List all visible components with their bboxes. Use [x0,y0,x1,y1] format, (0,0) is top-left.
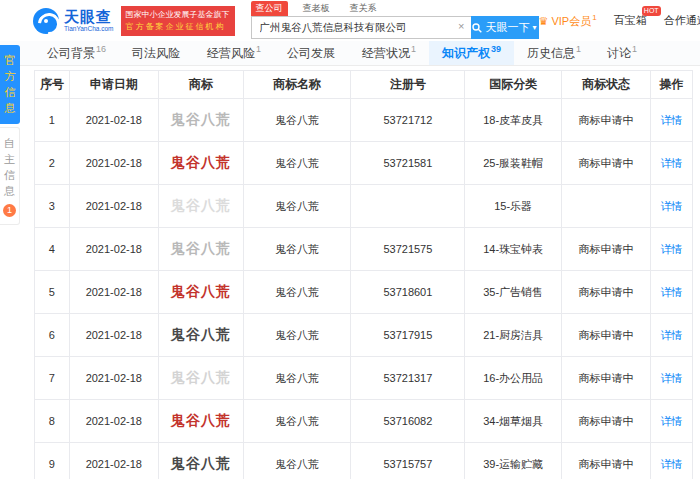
trademark-image-cell[interactable]: 鬼谷八荒 [158,357,243,400]
self-info-count-badge: 1 [3,204,16,217]
action-cell: 详情 [650,142,692,185]
side-tab-official-info[interactable]: 官方信息 [0,45,20,124]
trademark-image-cell[interactable]: 鬼谷八荒 [158,185,243,228]
gov-badge-line1: 国家中小企业发展子基金旗下 [126,9,230,21]
table-row: 6 2021-02-18 鬼谷八荒 鬼谷八荒 53717915 21-厨房洁具 … [35,314,693,357]
tab-count: 16 [96,44,106,54]
apply-date: 2021-02-18 [69,314,158,357]
action-cell: 详情 [650,314,692,357]
international-class: 39-运输贮藏 [465,443,562,479]
trademark-image[interactable]: 鬼谷八荒 [171,326,231,342]
tab-history-info[interactable]: 历史信息1 [514,41,594,65]
international-class: 21-厨房洁具 [465,314,562,357]
trademark-image[interactable]: 鬼谷八荒 [171,111,231,127]
tab-label: 知识产权 [442,45,490,62]
action-cell: 详情 [650,228,692,271]
trademark-status: 商标申请中 [562,228,651,271]
col-header-trademark-image: 商标 [158,71,243,99]
eye-logo-icon [33,8,59,34]
detail-link[interactable]: 详情 [660,200,682,212]
trademark-name: 鬼谷八荒 [243,228,351,271]
trademark-image[interactable]: 鬼谷八荒 [171,455,231,471]
search-area: 查公司 查老板 查关系 × 天眼一下 ▾ [251,2,539,39]
toolbox-link[interactable]: 百宝箱 HOT [614,13,647,28]
apply-date: 2021-02-18 [69,400,158,443]
tab-count: 39 [491,44,501,54]
trademark-image[interactable]: 鬼谷八荒 [171,412,231,428]
registration-number: 53717915 [351,314,465,357]
trademark-name: 鬼谷八荒 [243,99,351,142]
detail-link[interactable]: 详情 [660,114,682,126]
search-tab-boss[interactable]: 查老板 [298,1,335,16]
trademark-image-cell[interactable]: 鬼谷八荒 [158,99,243,142]
row-index: 3 [35,185,70,228]
detail-link[interactable]: 详情 [660,243,682,255]
trademark-image[interactable]: 鬼谷八荒 [171,369,231,385]
trademark-table-container: 序号 申请日期 商标 商标名称 注册号 国际分类 商标状态 操作 1 2021-… [34,70,693,479]
crown-icon: ♛ [539,14,549,26]
tab-label: 经营状况 [362,45,410,62]
tab-label: 讨论 [607,45,631,62]
apply-date: 2021-02-18 [69,443,158,479]
trademark-status: 商标申请中 [562,142,651,185]
tab-label: 经营风险 [207,45,255,62]
trademark-image-cell[interactable]: 鬼谷八荒 [158,271,243,314]
detail-link[interactable]: 详情 [660,372,682,384]
col-header-index: 序号 [35,71,70,99]
side-tab-self-info[interactable]: 自主信息 1 [0,127,20,225]
table-header-row: 序号 申请日期 商标 商标名称 注册号 国际分类 商标状态 操作 [35,71,693,99]
registration-number: 53721575 [351,228,465,271]
apply-date: 2021-02-18 [69,228,158,271]
international-class: 25-服装鞋帽 [465,142,562,185]
tab-operating-risk[interactable]: 经营风险1 [194,41,274,65]
search-tab-relation[interactable]: 查关系 [345,1,382,16]
trademark-image-cell[interactable]: 鬼谷八荒 [158,400,243,443]
tab-company-background[interactable]: 公司背景16 [34,41,119,65]
row-index: 8 [35,400,70,443]
trademark-image-cell[interactable]: 鬼谷八荒 [158,314,243,357]
tianyancha-logo[interactable]: 天眼查 TianYanCha.com [33,8,114,34]
clear-search-icon[interactable]: × [458,20,464,32]
registration-number: 53718601 [351,271,465,314]
trademark-table: 序号 申请日期 商标 商标名称 注册号 国际分类 商标状态 操作 1 2021-… [34,70,693,479]
registration-number [351,185,465,228]
registration-number: 53721581 [351,142,465,185]
tab-operating-status[interactable]: 经营状况1 [349,41,429,65]
tab-judicial-risk[interactable]: 司法风险 [119,41,194,65]
trademark-image[interactable]: 鬼谷八荒 [171,283,231,299]
detail-link[interactable]: 详情 [660,329,682,341]
action-cell: 详情 [650,185,692,228]
tab-intellectual-property[interactable]: 知识产权39 [429,41,514,65]
apply-date: 2021-02-18 [69,271,158,314]
row-index: 6 [35,314,70,357]
trademark-name: 鬼谷八荒 [243,314,351,357]
self-info-label: 自主信息 [4,136,16,200]
detail-link[interactable]: 详情 [660,415,682,427]
vip-member-link[interactable]: ♛ VIP会员1 [539,13,597,29]
action-cell: 详情 [650,99,692,142]
trademark-image[interactable]: 鬼谷八荒 [171,197,231,213]
trademark-image[interactable]: 鬼谷八荒 [171,240,231,256]
table-row: 1 2021-02-18 鬼谷八荒 鬼谷八荒 53721712 18-皮革皮具 … [35,99,693,142]
trademark-name: 鬼谷八荒 [243,400,351,443]
trademark-image-cell[interactable]: 鬼谷八荒 [158,443,243,479]
tab-company-development[interactable]: 公司发展 [274,41,349,65]
tab-discussion[interactable]: 讨论1 [594,41,650,65]
trademark-image[interactable]: 鬼谷八荒 [171,154,231,170]
search-tab-company[interactable]: 查公司 [251,1,288,16]
apply-date: 2021-02-18 [69,357,158,400]
trademark-image-cell[interactable]: 鬼谷八荒 [158,228,243,271]
brand-domain: TianYanCha.com [64,26,114,33]
search-button[interactable]: 天眼一下 ▾ [471,16,539,39]
hot-badge: HOT [642,6,661,16]
cooperation-link[interactable]: 合作通道▾ [664,13,700,28]
registration-number: 53715757 [351,443,465,479]
detail-link[interactable]: 详情 [660,458,682,470]
search-input[interactable] [251,16,471,39]
trademark-status: 商标申请中 [562,271,651,314]
row-index: 4 [35,228,70,271]
international-class: 15-乐器 [465,185,562,228]
detail-link[interactable]: 详情 [660,157,682,169]
detail-link[interactable]: 详情 [660,286,682,298]
trademark-image-cell[interactable]: 鬼谷八荒 [158,142,243,185]
